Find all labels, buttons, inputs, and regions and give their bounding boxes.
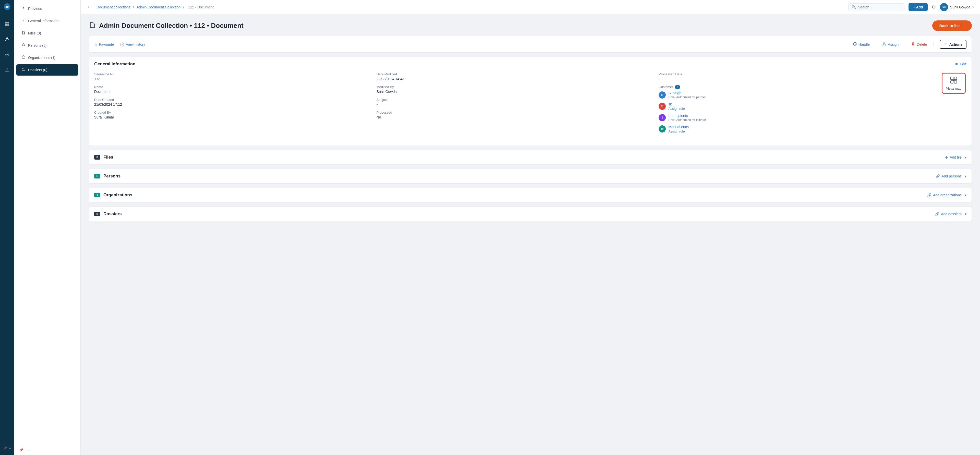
sidebar-item-previous-label: Previous — [28, 6, 42, 11]
nav-upload-icon[interactable] — [2, 65, 12, 75]
svg-point-18 — [883, 43, 885, 44]
files-chevron-icon: ▾ — [965, 155, 966, 159]
general-info-fields: Sequence Nr 112 Name Document Date Creat… — [94, 70, 936, 141]
page-header: Admin Document Collection • 112 • Docume… — [89, 21, 972, 31]
actions-button[interactable]: Actions — [940, 40, 966, 49]
view-history-button[interactable]: 🕐 View history — [120, 42, 145, 46]
nav-dashboard-icon[interactable] — [2, 19, 12, 29]
name-field: Name Document — [94, 83, 371, 96]
sequence-nr-field: Sequence Nr 112 — [94, 70, 371, 83]
visual-map-button[interactable]: Visual map — [942, 73, 966, 94]
sidebar-item-previous[interactable]: Previous — [16, 3, 78, 14]
customer-name-1[interactable]: S. singh — [668, 91, 706, 95]
assign-role-link-4[interactable]: Assign role — [668, 129, 689, 133]
assign-icon — [882, 42, 886, 47]
general-info-body: Sequence Nr 112 Name Document Date Creat… — [89, 70, 972, 146]
sidebar-item-dossiers[interactable]: Dossiers (0) — [16, 64, 78, 76]
files-section-header[interactable]: 0 Files ⊕ Add file ▾ — [89, 150, 972, 164]
sidebar-item-dossiers-label: Dossiers (0) — [28, 68, 47, 72]
sidebar-item-persons[interactable]: Persons (5) — [16, 40, 78, 51]
user-avatar: SG — [940, 3, 948, 11]
customer-name-2[interactable]: sk — [668, 102, 685, 106]
sidebar-item-organizations-label: Organizations (1) — [28, 56, 56, 60]
add-organizations-link[interactable]: 🔗 Add organizations — [927, 193, 962, 197]
sidebar-item-general-info[interactable]: General information — [16, 15, 78, 27]
sidebar-item-files[interactable]: Files (0) — [16, 27, 78, 39]
pin-icon: 📌 — [3, 446, 7, 450]
customer-info-1: S. singh Role: Authorized for partner — [668, 91, 706, 99]
sidebar-item-files-label: Files (0) — [28, 31, 41, 35]
nav-people-icon[interactable] — [2, 34, 12, 44]
dossiers-section-header[interactable]: 0 Dossiers 🔗 Add dossiers ▾ — [89, 207, 972, 221]
logo-icon[interactable] — [3, 3, 11, 11]
dossiers-count-badge: 0 — [94, 212, 100, 216]
breadcrumb-document-collections[interactable]: Document collections — [97, 5, 130, 9]
general-info-title: General information — [94, 62, 135, 67]
customer-info-4: Manual entry Assign role — [668, 125, 689, 133]
add-dossiers-link[interactable]: 🔗 Add dossiers — [935, 212, 962, 216]
handle-button[interactable]: Handle — [853, 42, 870, 47]
svg-point-19 — [944, 44, 945, 45]
search-icon: 🔍 — [851, 5, 856, 9]
organizations-section-header[interactable]: 1 Organizations 🔗 Add organizations ▾ — [89, 188, 972, 202]
assign-role-link-2[interactable]: Assign role — [668, 107, 685, 111]
organizations-title: Organizations — [103, 192, 132, 197]
clock-icon: 🕐 — [120, 42, 124, 46]
add-button[interactable]: + Add — [908, 3, 928, 11]
files-section: 0 Files ⊕ Add file ▾ — [89, 150, 972, 165]
document-icon — [89, 21, 96, 30]
nav-settings-icon[interactable] — [2, 49, 12, 59]
expand-sidebar-btn[interactable]: 📌 « — [1, 444, 13, 452]
breadcrumb-current: 112 • Document — [188, 5, 214, 9]
svg-point-20 — [945, 44, 946, 45]
main-area: ← Document collections / Admin Document … — [81, 0, 980, 455]
back-arrow-icon[interactable]: ← — [87, 4, 91, 10]
user-menu[interactable]: SG Sunil Gowda ▾ — [940, 3, 974, 11]
persons-title: Persons — [103, 173, 121, 179]
svg-rect-5 — [7, 24, 9, 26]
customer-entry-1: S S. singh Role: Authorized for partner — [659, 91, 936, 99]
files-actions: ⊕ Add file ▾ — [945, 155, 966, 159]
edit-button[interactable]: ✏ Edit — [955, 62, 966, 66]
add-file-link[interactable]: ⊕ Add file — [945, 155, 962, 159]
add-file-icon: ⊕ — [945, 155, 948, 159]
search-input[interactable] — [858, 5, 899, 9]
svg-rect-24 — [951, 81, 953, 83]
svg-rect-22 — [951, 77, 953, 80]
svg-rect-14 — [23, 58, 24, 59]
page-title-text: Admin Document Collection • 112 • Docume… — [99, 22, 243, 30]
sidebar-item-persons-label: Persons (5) — [28, 43, 46, 48]
delete-button[interactable]: Delete — [911, 42, 927, 47]
content-area: Admin Document Collection • 112 • Docume… — [81, 14, 980, 455]
files-title: Files — [103, 155, 113, 160]
back-to-list-button[interactable]: Back to list ← — [932, 21, 972, 31]
favourite-button[interactable]: ☆ Favourite — [94, 42, 114, 46]
subject-field: Subject - — [377, 96, 654, 108]
assign-button[interactable]: Assign — [882, 42, 899, 47]
collapse-icon: « — [9, 446, 11, 450]
persons-section-header[interactable]: 5 Persons 🔗 Add persons ▾ — [89, 169, 972, 183]
sidebar-collapse-btn[interactable]: « — [27, 448, 29, 452]
search-box[interactable]: 🔍 — [848, 3, 904, 11]
customer-name-3[interactable]: I. In ...piente — [668, 114, 706, 118]
processed-field: Processed No — [377, 108, 654, 121]
add-organizations-icon: 🔗 — [927, 193, 932, 197]
organizations-icon — [21, 55, 25, 60]
processed-date-field: Processed Date - — [659, 70, 936, 83]
svg-rect-3 — [7, 22, 9, 24]
svg-point-1 — [6, 6, 8, 8]
settings-icon[interactable]: ⚙ — [932, 4, 936, 10]
previous-icon — [21, 6, 25, 11]
add-persons-link[interactable]: 🔗 Add persons — [935, 174, 962, 178]
dossiers-icon — [21, 67, 25, 73]
add-dossiers-icon: 🔗 — [935, 212, 939, 216]
sidebar-item-organizations[interactable]: Organizations (1) — [16, 52, 78, 63]
modified-by-field: Modified By Sunil Gowda — [377, 83, 654, 96]
svg-point-21 — [946, 44, 947, 45]
customer-name-4[interactable]: Manual entry — [668, 125, 689, 129]
breadcrumb-admin-collection[interactable]: Admin Document Collection — [137, 5, 181, 9]
customer-info-2: sk Assign role — [668, 102, 685, 111]
sidebar-pin-icon[interactable]: 📌 — [19, 448, 24, 452]
organizations-section: 1 Organizations 🔗 Add organizations ▾ — [89, 188, 972, 202]
svg-rect-8 — [5, 71, 9, 72]
